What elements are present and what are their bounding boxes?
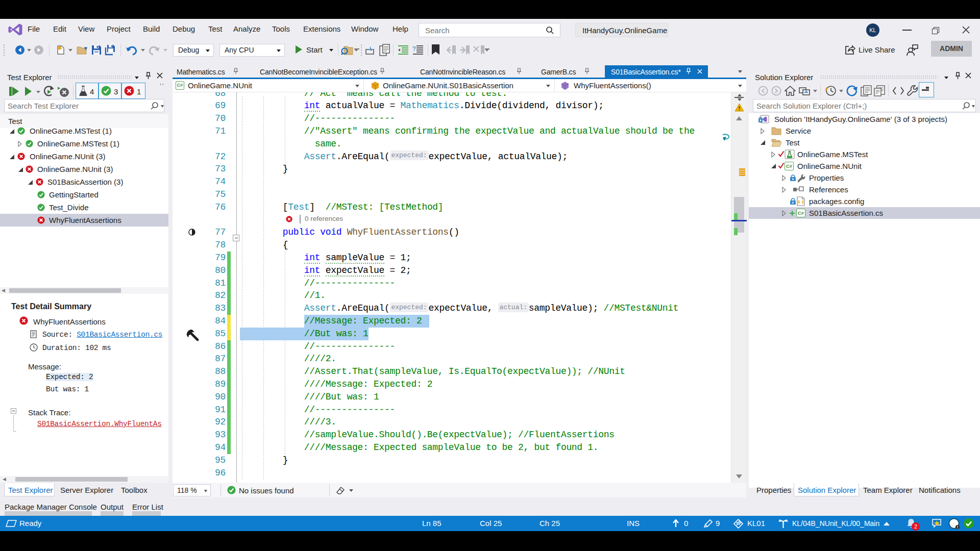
svg-text:?: ? (412, 45, 416, 53)
